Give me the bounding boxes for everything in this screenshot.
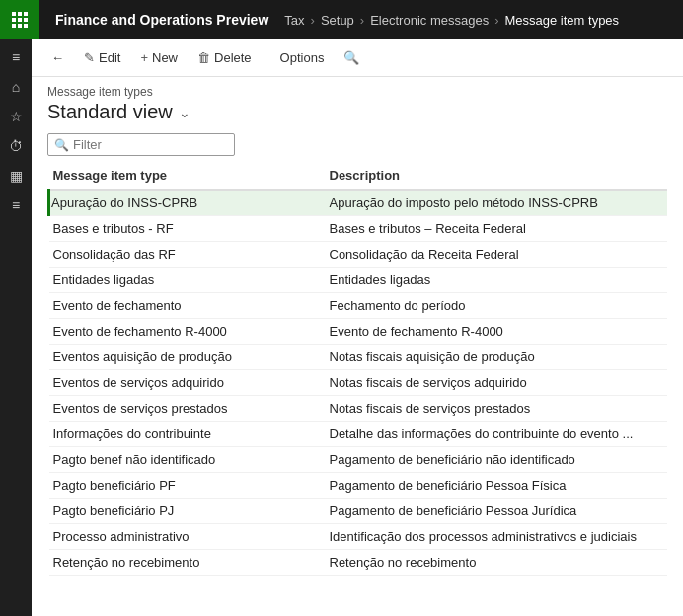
- cell-desc: Consolidação da Receita Federal: [326, 242, 668, 268]
- plus-icon: +: [140, 50, 148, 65]
- col-header-type: Message item type: [49, 162, 326, 190]
- table-row[interactable]: Processo administrativoIdentificação dos…: [49, 524, 668, 550]
- page-title: Standard view: [47, 101, 173, 123]
- sidebar-recent-icon[interactable]: ⏱: [2, 132, 30, 160]
- table-header-row: Message item type Description: [49, 162, 668, 190]
- app-title: Finance and Operations Preview: [39, 12, 284, 28]
- delete-button[interactable]: 🗑 Delete: [190, 46, 260, 69]
- cell-desc: Bases e tributos – Receita Federal: [326, 216, 668, 242]
- cell-type: Pagto benef não identificado: [49, 447, 326, 473]
- sidebar-modules-icon[interactable]: ▦: [2, 162, 30, 190]
- app-grid-icon[interactable]: [0, 0, 39, 39]
- sidebar-home-icon[interactable]: ⌂: [2, 73, 30, 101]
- filter-search-icon: 🔍: [54, 138, 69, 152]
- cell-type: Bases e tributos - RF: [49, 216, 326, 242]
- top-bar: Finance and Operations Preview Tax › Set…: [0, 0, 683, 39]
- page-breadcrumb: Message item types: [47, 85, 667, 99]
- svg-rect-6: [12, 24, 16, 28]
- table-row[interactable]: Eventos de serviços adquiridoNotas fisca…: [49, 370, 668, 396]
- cell-desc: Pagamento de beneficiário Pessoa Jurídic…: [326, 499, 668, 524]
- sidebar-star-icon[interactable]: ☆: [2, 103, 30, 130]
- cell-desc: Fechamento do período: [326, 293, 668, 319]
- table-row[interactable]: Pagto benef não identificadoPagamento de…: [49, 447, 668, 473]
- sep2: ›: [360, 13, 364, 28]
- svg-rect-8: [24, 24, 28, 28]
- toolbar: ← ✎ Edit + New 🗑 Delete Options 🔍: [32, 39, 683, 77]
- svg-rect-7: [18, 24, 22, 28]
- table-row[interactable]: Eventos de serviços prestadosNotas fisca…: [49, 396, 668, 422]
- view-selector-chevron-icon[interactable]: ⌄: [179, 105, 190, 120]
- cell-type: Pagto beneficiário PF: [49, 473, 326, 499]
- table-row[interactable]: Evento de fechamento R-4000Evento de fec…: [49, 319, 668, 345]
- cell-desc: Notas fiscais de serviços prestados: [326, 396, 668, 422]
- cell-type: Eventos aquisição de produção: [49, 345, 326, 370]
- cell-desc: Apuração do imposto pelo método INSS-CPR…: [326, 190, 668, 216]
- svg-rect-2: [24, 12, 28, 16]
- sep1: ›: [311, 13, 315, 28]
- breadcrumb-tax[interactable]: Tax: [284, 13, 304, 28]
- cell-desc: Pagamento de beneficiário não identifica…: [326, 447, 668, 473]
- cell-desc: Pagamento de beneficiário Pessoa Física: [326, 473, 668, 499]
- message-item-types-table: Message item type Description Apuração d…: [47, 162, 667, 576]
- cell-desc: Evento de fechamento R-4000: [326, 319, 668, 345]
- filter-input[interactable]: [73, 137, 228, 152]
- table-row[interactable]: Eventos aquisição de produçãoNotas fisca…: [49, 345, 668, 370]
- back-button[interactable]: ←: [43, 46, 72, 69]
- filter-row: 🔍: [32, 127, 683, 162]
- cell-desc: Notas fiscais de serviços adquirido: [326, 370, 668, 396]
- cell-type: Eventos de serviços adquirido: [49, 370, 326, 396]
- table-row[interactable]: Pagto beneficiário PFPagamento de benefi…: [49, 473, 668, 499]
- cell-type: Pagto beneficiário PJ: [49, 499, 326, 524]
- svg-rect-5: [24, 18, 28, 22]
- cell-type: Processo administrativo: [49, 524, 326, 550]
- cell-desc: Entidades ligadas: [326, 268, 668, 293]
- toolbar-divider: [266, 48, 266, 68]
- cell-desc: Identificação dos processos administrati…: [326, 524, 668, 550]
- table-row[interactable]: Entidades ligadasEntidades ligadas: [49, 268, 668, 293]
- table-body: Apuração do INSS-CPRBApuração do imposto…: [49, 190, 668, 576]
- layout: ≡ ⌂ ☆ ⏱ ▦ ≡ ← ✎ Edit + New 🗑 Delete: [0, 39, 683, 616]
- table-row[interactable]: Evento de fechamentoFechamento do períod…: [49, 293, 668, 319]
- search-toolbar-icon: 🔍: [343, 50, 359, 65]
- cell-desc: Notas fiscais aquisição de produção: [326, 345, 668, 370]
- delete-icon: 🗑: [197, 50, 210, 65]
- sep3: ›: [494, 13, 498, 28]
- col-header-desc: Description: [326, 162, 668, 190]
- options-button[interactable]: Options: [272, 46, 333, 69]
- table-row[interactable]: Pagto beneficiário PJPagamento de benefi…: [49, 499, 668, 524]
- table-row[interactable]: Apuração do INSS-CPRBApuração do imposto…: [49, 190, 668, 216]
- new-button[interactable]: + New: [132, 46, 186, 69]
- search-toolbar-button[interactable]: 🔍: [336, 46, 367, 69]
- sidebar: ≡ ⌂ ☆ ⏱ ▦ ≡: [0, 39, 32, 616]
- cell-type: Evento de fechamento R-4000: [49, 319, 326, 345]
- svg-rect-0: [12, 12, 16, 16]
- sidebar-hamburger-icon[interactable]: ≡: [2, 43, 30, 71]
- cell-desc: Retenção no recebimento: [326, 550, 668, 576]
- cell-type: Informações do contribuinte: [49, 422, 326, 447]
- edit-icon: ✎: [84, 50, 95, 65]
- breadcrumb-setup[interactable]: Setup: [321, 13, 354, 28]
- page-header: Message item types Standard view ⌄: [32, 77, 683, 127]
- breadcrumb-current: Message item types: [505, 13, 620, 28]
- sidebar-list-icon[interactable]: ≡: [2, 192, 30, 219]
- table-row[interactable]: Consolidação das RFConsolidação da Recei…: [49, 242, 668, 268]
- breadcrumb-electronic[interactable]: Electronic messages: [370, 13, 489, 28]
- cell-type: Evento de fechamento: [49, 293, 326, 319]
- cell-type: Retenção no recebimento: [49, 550, 326, 576]
- cell-desc: Detalhe das informações do contribuinte …: [326, 422, 668, 447]
- breadcrumb: Tax › Setup › Electronic messages › Mess…: [284, 13, 619, 28]
- main-content: ← ✎ Edit + New 🗑 Delete Options 🔍: [32, 39, 683, 616]
- table-wrap: Message item type Description Apuração d…: [32, 162, 683, 616]
- back-icon: ←: [51, 50, 64, 65]
- edit-button[interactable]: ✎ Edit: [76, 46, 128, 69]
- table-row[interactable]: Retenção no recebimentoRetenção no receb…: [49, 550, 668, 576]
- page-title-row: Standard view ⌄: [47, 101, 667, 123]
- cell-type: Consolidação das RF: [49, 242, 326, 268]
- table-row[interactable]: Informações do contribuinteDetalhe das i…: [49, 422, 668, 447]
- svg-rect-3: [12, 18, 16, 22]
- svg-rect-1: [18, 12, 22, 16]
- table-row[interactable]: Bases e tributos - RFBases e tributos – …: [49, 216, 668, 242]
- svg-rect-4: [18, 18, 22, 22]
- cell-type: Entidades ligadas: [49, 268, 326, 293]
- filter-input-wrap: 🔍: [47, 133, 235, 156]
